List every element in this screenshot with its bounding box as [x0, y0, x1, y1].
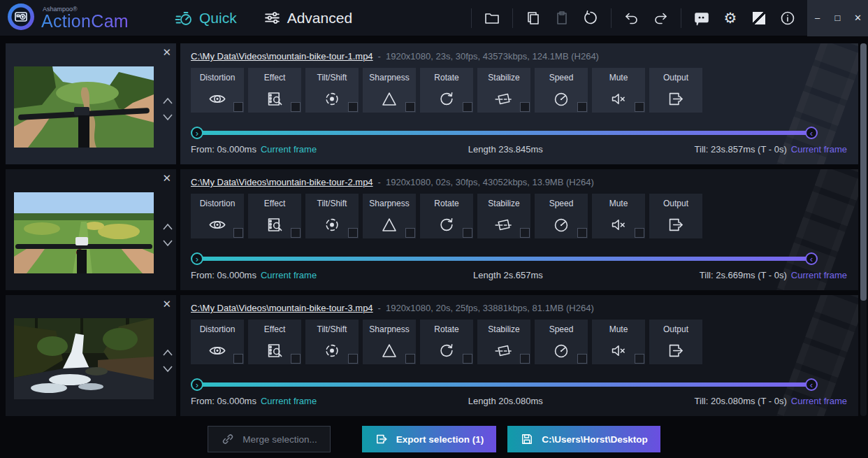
- tool-speed-button[interactable]: Speed: [535, 320, 588, 364]
- tab-advanced[interactable]: Advanced: [263, 9, 352, 27]
- trim-end-handle[interactable]: ‹: [805, 127, 818, 139]
- current-frame-till-link[interactable]: Current frame: [791, 144, 847, 155]
- trim-start-handle[interactable]: ›: [191, 252, 203, 265]
- tool-output-button[interactable]: Output: [649, 194, 702, 238]
- video-file-link[interactable]: C:\My Data\Videos\mountain-bike-tour-2.m…: [191, 177, 373, 187]
- tool-checkbox[interactable]: [520, 228, 530, 238]
- tool-checkbox[interactable]: [577, 228, 587, 238]
- tool-checkbox[interactable]: [291, 354, 301, 364]
- tool-sharpness-button[interactable]: Sharpness: [363, 320, 416, 364]
- tool-checkbox[interactable]: [635, 354, 644, 364]
- move-up-button[interactable]: [162, 96, 173, 105]
- tool-checkbox[interactable]: [463, 228, 472, 238]
- tool-output-button[interactable]: Output: [649, 68, 702, 113]
- tool-effect-button[interactable]: Effect: [248, 194, 301, 238]
- move-down-button[interactable]: [162, 238, 173, 247]
- minimize-button[interactable]: –: [807, 0, 827, 36]
- merge-selection-button[interactable]: Merge selection...: [208, 426, 331, 452]
- open-folder-icon[interactable]: [484, 9, 500, 27]
- tool-mute-button[interactable]: Mute: [592, 68, 645, 113]
- info-icon[interactable]: [779, 9, 796, 27]
- trim-end-handle[interactable]: ‹: [805, 378, 818, 391]
- tool-checkbox[interactable]: [463, 354, 472, 364]
- tool-checkbox[interactable]: [577, 102, 587, 112]
- current-frame-from-link[interactable]: Current frame: [261, 396, 317, 406]
- tool-rotate-button[interactable]: Rotate: [420, 68, 473, 113]
- tool-sharpness-button[interactable]: Sharpness: [363, 194, 416, 238]
- timeline-track[interactable]: [197, 257, 811, 261]
- tool-distortion-button[interactable]: Distortion: [191, 68, 244, 113]
- tool-effect-button[interactable]: Effect: [248, 320, 301, 364]
- tool-distortion-button[interactable]: Distortion: [191, 194, 244, 238]
- tool-checkbox[interactable]: [635, 228, 644, 238]
- tool-checkbox[interactable]: [348, 228, 358, 238]
- tool-checkbox[interactable]: [520, 102, 530, 112]
- video-file-link[interactable]: C:\My Data\Videos\mountain-bike-tour-3.m…: [191, 303, 373, 313]
- current-frame-from-link[interactable]: Current frame: [261, 270, 317, 280]
- tool-checkbox[interactable]: [291, 228, 301, 238]
- tool-mute-button[interactable]: Mute: [592, 320, 645, 364]
- close-button[interactable]: ✕: [848, 0, 868, 36]
- tool-mute-button[interactable]: Mute: [592, 194, 645, 238]
- timeline-track[interactable]: [197, 131, 811, 135]
- tool-stabilize-button[interactable]: Stabilize: [477, 194, 530, 238]
- current-frame-till-link[interactable]: Current frame: [791, 270, 847, 280]
- settings-icon[interactable]: ⚙: [722, 9, 739, 27]
- tool-stabilize-button[interactable]: Stabilize: [477, 320, 530, 364]
- tool-checkbox[interactable]: [577, 354, 587, 364]
- tool-checkbox[interactable]: [233, 228, 243, 238]
- trim-end-handle[interactable]: ‹: [805, 252, 818, 265]
- tool-distortion-button[interactable]: Distortion: [191, 320, 244, 364]
- move-up-button[interactable]: [162, 222, 173, 231]
- tool-tilt-shift-button[interactable]: Tilt/Shift: [305, 194, 359, 238]
- tool-rotate-button[interactable]: Rotate: [420, 320, 473, 364]
- video-file-link[interactable]: C:\My Data\Videos\mountain-bike-tour-1.m…: [191, 51, 373, 62]
- tool-output-button[interactable]: Output: [649, 320, 702, 364]
- tool-sharpness-button[interactable]: Sharpness: [363, 68, 416, 113]
- tool-checkbox[interactable]: [463, 102, 472, 112]
- tool-checkbox[interactable]: [348, 102, 358, 112]
- tool-rotate-button[interactable]: Rotate: [420, 194, 473, 238]
- tool-checkbox[interactable]: [405, 354, 415, 364]
- current-frame-from-link[interactable]: Current frame: [261, 144, 317, 155]
- tool-checkbox[interactable]: [233, 354, 243, 364]
- tool-stabilize-button[interactable]: Stabilize: [477, 68, 530, 113]
- export-selection-button[interactable]: Export selection (1): [362, 426, 496, 452]
- move-down-button[interactable]: [162, 364, 173, 373]
- trim-start-handle[interactable]: ›: [191, 127, 203, 139]
- video-thumbnail[interactable]: [14, 66, 154, 148]
- tool-checkbox[interactable]: [291, 102, 301, 112]
- tool-checkbox[interactable]: [405, 102, 415, 112]
- tool-checkbox[interactable]: [635, 102, 644, 112]
- scrollbar-thumb[interactable]: [860, 43, 867, 301]
- tab-quick[interactable]: Quick: [175, 9, 237, 27]
- video-thumbnail[interactable]: [14, 192, 154, 273]
- current-frame-till-link[interactable]: Current frame: [791, 396, 847, 406]
- tool-checkbox[interactable]: [348, 354, 358, 364]
- reset-icon[interactable]: [582, 9, 599, 27]
- tool-tilt-shift-button[interactable]: Tilt/Shift: [305, 68, 359, 113]
- scrollbar[interactable]: [860, 43, 867, 416]
- move-down-button[interactable]: [162, 113, 173, 121]
- tool-speed-button[interactable]: Speed: [535, 68, 588, 113]
- tool-tilt-shift-button[interactable]: Tilt/Shift: [305, 320, 359, 364]
- tool-checkbox[interactable]: [405, 228, 415, 238]
- tool-checkbox[interactable]: [520, 354, 530, 364]
- tool-checkbox[interactable]: [233, 102, 243, 112]
- video-thumbnail[interactable]: [14, 318, 154, 399]
- remove-video-button[interactable]: ✕: [162, 172, 171, 185]
- license-icon[interactable]: [751, 9, 767, 27]
- copy-icon[interactable]: [525, 9, 542, 27]
- tool-effect-button[interactable]: Effect: [248, 68, 301, 113]
- remove-video-button[interactable]: ✕: [162, 298, 171, 310]
- timeline-track[interactable]: [197, 382, 811, 387]
- undo-icon[interactable]: [623, 9, 640, 27]
- output-path-button[interactable]: C:\Users\Horst\Desktop: [507, 426, 660, 452]
- feedback-icon[interactable]: [693, 9, 710, 27]
- trim-start-handle[interactable]: ›: [191, 378, 203, 391]
- redo-icon[interactable]: [652, 9, 669, 27]
- move-up-button[interactable]: [162, 348, 173, 357]
- tool-speed-button[interactable]: Speed: [535, 194, 588, 238]
- remove-video-button[interactable]: ✕: [162, 46, 171, 59]
- maximize-button[interactable]: □: [827, 0, 848, 36]
